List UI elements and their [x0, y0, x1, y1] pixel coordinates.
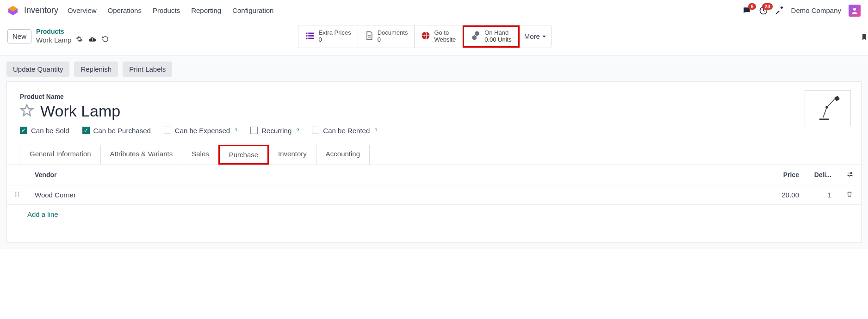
col-delivery[interactable]: Deli...	[806, 165, 839, 185]
top-navbar: Inventory Overview Operations Products R…	[0, 0, 868, 21]
nav-links: Overview Operations Products Reporting C…	[68, 6, 273, 14]
checkbox-icon	[250, 127, 258, 134]
tab-general-information[interactable]: General Information	[20, 145, 101, 165]
nav-operations[interactable]: Operations	[108, 6, 142, 14]
can-be-sold-checkbox[interactable]: ✓ Can be Sold	[20, 127, 69, 135]
company-selector[interactable]: Demo Company	[791, 6, 841, 14]
caret-down-icon	[542, 34, 546, 39]
tab-purchase[interactable]: Purchase	[218, 145, 269, 165]
svg-point-3	[853, 8, 856, 11]
stat-more[interactable]: More	[520, 25, 551, 48]
document-icon	[365, 31, 374, 42]
content-area: Update Quantity Replenish Print Labels P…	[0, 56, 868, 249]
table-row[interactable]: Wood Corner 20.00 1	[7, 185, 861, 204]
discard-button[interactable]	[102, 36, 109, 45]
nav-products[interactable]: Products	[153, 6, 180, 14]
user-avatar[interactable]	[849, 5, 861, 17]
svg-point-19	[18, 195, 19, 196]
favorite-toggle[interactable]	[20, 104, 34, 119]
breadcrumb-bar: New Products Work Lamp Extra Prices 0 Do…	[0, 21, 868, 56]
col-options[interactable]	[839, 165, 861, 185]
svg-rect-9	[308, 38, 314, 39]
delete-row-button[interactable]	[846, 191, 853, 199]
stat-extra-prices[interactable]: Extra Prices 0	[298, 25, 358, 48]
grip-icon	[14, 191, 20, 197]
nav-configuration[interactable]: Configuration	[232, 6, 273, 14]
product-name-label: Product Name	[20, 93, 848, 100]
new-button[interactable]: New	[7, 29, 31, 43]
recurring-checkbox[interactable]: Recurring?	[250, 127, 299, 135]
tab-content-purchase: Vendor Price Deli... Wood Corner 20.00 1	[7, 165, 861, 243]
svg-point-17	[18, 193, 19, 195]
stat-documents[interactable]: Documents 0	[358, 25, 415, 48]
stat-button-group: Extra Prices 0 Documents 0 Go to Website…	[298, 25, 552, 48]
update-quantity-button[interactable]: Update Quantity	[6, 61, 69, 77]
star-icon	[20, 104, 34, 117]
help-icon[interactable]: ?	[374, 128, 377, 133]
product-image[interactable]	[805, 90, 851, 126]
replenish-button[interactable]: Replenish	[74, 61, 118, 77]
svg-point-12	[850, 172, 852, 174]
bookmark-icon	[861, 32, 868, 42]
print-labels-button[interactable]: Print Labels	[123, 61, 172, 77]
app-icon	[7, 5, 19, 16]
add-line-button[interactable]: Add a line	[7, 205, 861, 224]
messages-badge: 6	[748, 3, 756, 10]
undo-icon	[102, 36, 109, 43]
svg-rect-7	[308, 33, 314, 34]
boxes-icon	[471, 31, 481, 42]
breadcrumb-parent[interactable]: Products	[36, 28, 109, 36]
tab-accounting[interactable]: Accounting	[316, 145, 370, 165]
avatar-icon	[850, 6, 859, 15]
checkbox-icon	[164, 127, 171, 134]
settings-gear-button[interactable]	[76, 36, 83, 45]
checkbox-icon	[312, 127, 319, 134]
svg-point-15	[18, 191, 19, 193]
activities-button[interactable]: 23	[759, 6, 768, 15]
cell-vendor[interactable]: Wood Corner	[27, 185, 522, 204]
cell-delivery[interactable]: 1	[806, 185, 839, 204]
cloud-upload-button[interactable]	[88, 36, 96, 45]
vendor-table: Vendor Price Deli... Wood Corner 20.00 1	[7, 165, 861, 243]
stat-website[interactable]: Go to Website	[415, 25, 463, 48]
bookmark-toggle[interactable]	[861, 32, 868, 43]
form-sheet: Product Name Work Lamp ✓ Can be Sold ✓ C…	[6, 81, 862, 243]
svg-rect-4	[306, 33, 307, 34]
debug-button[interactable]	[775, 6, 784, 15]
checkbox-icon: ✓	[82, 127, 90, 134]
tab-inventory[interactable]: Inventory	[268, 145, 316, 165]
svg-rect-8	[308, 36, 314, 37]
can-be-rented-checkbox[interactable]: Can be Rented?	[312, 127, 377, 135]
nav-overview[interactable]: Overview	[68, 6, 97, 14]
nav-reporting[interactable]: Reporting	[191, 6, 221, 14]
cloud-icon	[88, 36, 96, 43]
wrench-icon	[775, 6, 784, 14]
svg-rect-5	[306, 36, 307, 37]
stat-on-hand[interactable]: On Hand 0.00 Units	[463, 25, 520, 48]
help-icon[interactable]: ?	[235, 128, 237, 133]
tab-attributes-variants[interactable]: Attributes & Variants	[100, 145, 183, 165]
can-be-expensed-checkbox[interactable]: Can be Expensed?	[164, 127, 237, 135]
svg-point-13	[849, 175, 850, 176]
trash-icon	[846, 191, 853, 197]
cell-price[interactable]: 20.00	[522, 185, 806, 204]
activities-badge: 23	[762, 3, 772, 10]
help-icon[interactable]: ?	[296, 128, 299, 133]
tab-bar: General Information Attributes & Variant…	[20, 145, 848, 165]
tab-sales[interactable]: Sales	[182, 145, 219, 165]
list-icon	[305, 31, 315, 42]
lamp-icon	[814, 94, 842, 122]
gear-icon	[76, 36, 83, 43]
svg-point-11	[826, 106, 828, 108]
messages-button[interactable]: 6	[742, 6, 751, 15]
svg-rect-6	[306, 38, 307, 39]
col-vendor[interactable]: Vendor	[27, 165, 522, 185]
drag-handle[interactable]	[14, 191, 20, 199]
svg-point-14	[15, 191, 17, 193]
app-title[interactable]: Inventory	[24, 6, 58, 15]
sliders-icon	[846, 171, 854, 178]
svg-point-16	[15, 193, 17, 195]
product-title[interactable]: Work Lamp	[40, 102, 120, 120]
col-price[interactable]: Price	[522, 165, 806, 185]
can-be-purchased-checkbox[interactable]: ✓ Can be Purchased	[82, 127, 151, 135]
